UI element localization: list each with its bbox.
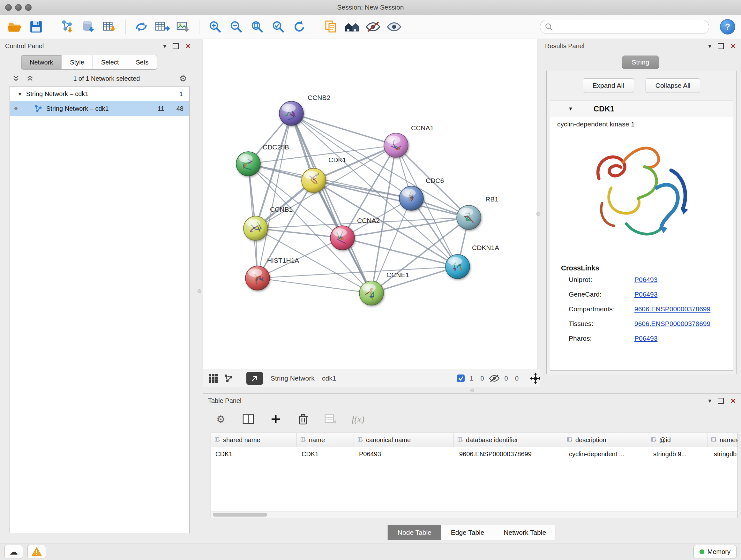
function-builder-icon[interactable]: f(x) bbox=[349, 410, 367, 428]
scrollbar-thumb[interactable] bbox=[213, 513, 267, 516]
show-all-button[interactable] bbox=[385, 17, 403, 36]
table-cell[interactable]: stringdb bbox=[710, 447, 738, 461]
crosslink-value-link[interactable]: 9606.ENSP00000378699 bbox=[634, 305, 711, 313]
vertical-splitter-handle[interactable] bbox=[536, 212, 540, 216]
protein-section-header[interactable]: ▼ CDK1 bbox=[550, 101, 733, 117]
column-header-database-identifier[interactable]: database identifier bbox=[454, 433, 563, 447]
close-panel-icon[interactable]: ✕ bbox=[185, 43, 191, 50]
tab-string[interactable]: String bbox=[622, 56, 659, 69]
tab-edge-table[interactable]: Edge Table bbox=[441, 525, 494, 540]
network-node-CCNB2[interactable] bbox=[279, 101, 304, 125]
crosslink-value-link[interactable]: P06493 bbox=[634, 334, 657, 342]
table-cell[interactable]: CDK1 bbox=[297, 447, 354, 461]
search-input[interactable] bbox=[556, 23, 704, 31]
hidden-eye-slash-icon[interactable] bbox=[488, 374, 500, 383]
zoom-window-button[interactable] bbox=[25, 4, 31, 11]
network-node-CDC25B[interactable] bbox=[236, 152, 260, 176]
table-settings-gear-icon[interactable]: ⚙ bbox=[212, 410, 230, 428]
search-box[interactable] bbox=[540, 20, 709, 34]
selected-checkbox-icon[interactable] bbox=[456, 374, 465, 383]
table-cell[interactable]: cyclin-dependent ... bbox=[564, 447, 649, 461]
network-node-CDC6[interactable] bbox=[399, 186, 423, 210]
network-node-RB1[interactable] bbox=[457, 205, 481, 230]
zoom-out-button[interactable] bbox=[227, 17, 246, 36]
export-table-button[interactable] bbox=[153, 17, 172, 36]
zoom-fit-button[interactable] bbox=[248, 17, 266, 36]
node-table[interactable]: shared namenamecanonical namedatabase id… bbox=[211, 433, 738, 518]
birdseye-view-button[interactable] bbox=[343, 17, 361, 36]
crosslink-value-link[interactable]: P06493 bbox=[634, 276, 657, 284]
tab-network-table[interactable]: Network Table bbox=[494, 525, 556, 540]
tab-style[interactable]: Style bbox=[62, 55, 92, 69]
network-row[interactable]: String Network – cdk1 11 48 bbox=[10, 101, 189, 116]
tab-sets[interactable]: Sets bbox=[127, 55, 157, 69]
expand-all-icon[interactable] bbox=[26, 75, 34, 82]
section-collapse-caret-icon[interactable]: ▼ bbox=[568, 106, 573, 112]
network-view[interactable]: CCNB2CCNA1CDC25BCDK1CDC6RB1CCNB1CCNA2CDK… bbox=[203, 39, 537, 369]
table-cell[interactable]: stringdb:9... bbox=[649, 447, 710, 461]
horizontal-scrollbar[interactable] bbox=[211, 511, 738, 518]
tab-select[interactable]: Select bbox=[93, 55, 128, 69]
close-window-button[interactable] bbox=[5, 4, 12, 11]
tab-network[interactable]: Network bbox=[21, 55, 62, 69]
network-node-CCNE1[interactable] bbox=[359, 281, 384, 305]
collapse-panel-icon[interactable]: ▾ bbox=[163, 43, 166, 49]
add-row-icon[interactable] bbox=[267, 410, 285, 428]
column-header-shared-name[interactable]: shared name bbox=[211, 433, 297, 447]
close-panel-icon[interactable]: ✕ bbox=[730, 43, 736, 50]
table-row[interactable]: CDK1CDK1P064939606.ENSP00000378699cyclin… bbox=[211, 447, 738, 461]
string-share-icon[interactable] bbox=[224, 374, 233, 383]
help-button[interactable]: ? bbox=[720, 19, 735, 35]
column-header-description[interactable]: description bbox=[563, 433, 647, 447]
collapse-all-button[interactable]: Collapse All bbox=[646, 78, 700, 93]
expand-all-button[interactable]: Expand All bbox=[583, 78, 634, 93]
export-image-button[interactable] bbox=[174, 17, 193, 36]
horizontal-splitter-handle[interactable] bbox=[470, 388, 474, 392]
import-table-button[interactable] bbox=[100, 17, 119, 36]
save-session-button[interactable] bbox=[27, 17, 45, 36]
collapse-panel-icon[interactable]: ▾ bbox=[708, 397, 711, 404]
crosslink-value-link[interactable]: P06493 bbox=[634, 291, 657, 298]
network-node-CDK1[interactable] bbox=[301, 168, 326, 192]
vertical-splitter-handle[interactable] bbox=[198, 289, 201, 293]
float-panel-icon[interactable] bbox=[173, 43, 179, 49]
float-panel-icon[interactable] bbox=[718, 43, 724, 49]
network-collection-row[interactable]: ▼ String Network – cdk1 1 bbox=[10, 86, 189, 101]
grid-view-icon[interactable] bbox=[208, 373, 219, 384]
import-network-file-button[interactable] bbox=[58, 17, 77, 36]
network-node-HIST1H1A[interactable] bbox=[246, 266, 270, 290]
warnings-button[interactable] bbox=[27, 545, 46, 558]
table-cell[interactable]: P06493 bbox=[354, 447, 455, 461]
column-header-canonical-name[interactable]: canonical name bbox=[354, 433, 454, 447]
minimize-window-button[interactable] bbox=[15, 4, 22, 11]
open-in-new-window-button[interactable] bbox=[246, 372, 263, 385]
network-node-CDKN1A[interactable] bbox=[446, 254, 470, 279]
zoom-selected-button[interactable] bbox=[269, 17, 287, 36]
float-panel-icon[interactable] bbox=[718, 398, 724, 404]
network-node-CCNA1[interactable] bbox=[384, 133, 408, 158]
memory-button[interactable]: Memory bbox=[693, 545, 737, 558]
import-network-database-button[interactable] bbox=[79, 17, 98, 36]
cloud-status-button[interactable]: ☁ bbox=[4, 545, 23, 558]
network-canvas[interactable]: CCNB2CCNA1CDC25BCDK1CDC6RB1CCNB1CCNA2CDK… bbox=[203, 39, 536, 368]
zoom-in-button[interactable] bbox=[206, 17, 224, 36]
table-cell[interactable]: 9606.ENSP00000378699 bbox=[455, 447, 564, 461]
table-cell[interactable]: CDK1 bbox=[211, 447, 297, 461]
close-panel-icon[interactable]: ✕ bbox=[730, 397, 736, 404]
collapse-panel-icon[interactable]: ▾ bbox=[708, 43, 711, 49]
tab-node-table[interactable]: Node Table bbox=[388, 525, 441, 540]
column-header-name[interactable]: name bbox=[297, 433, 354, 447]
open-session-button[interactable] bbox=[6, 17, 24, 36]
delete-row-icon[interactable] bbox=[294, 410, 312, 428]
collapse-all-icon[interactable] bbox=[12, 75, 20, 82]
collection-collapse-caret-icon[interactable]: ▼ bbox=[17, 91, 22, 97]
hide-selected-button[interactable] bbox=[364, 17, 382, 36]
network-options-gear-icon[interactable]: ⚙ bbox=[179, 74, 187, 83]
copy-document-button[interactable] bbox=[322, 17, 340, 36]
network-node-CCNB1[interactable] bbox=[244, 216, 268, 240]
toggle-columns-icon[interactable] bbox=[239, 410, 257, 428]
column-header-namespace[interactable]: namespace bbox=[708, 433, 738, 447]
refresh-view-button[interactable] bbox=[290, 17, 309, 36]
network-node-CCNA2[interactable] bbox=[330, 226, 354, 250]
crosslink-value-link[interactable]: 9606.ENSP00000378699 bbox=[634, 320, 711, 327]
